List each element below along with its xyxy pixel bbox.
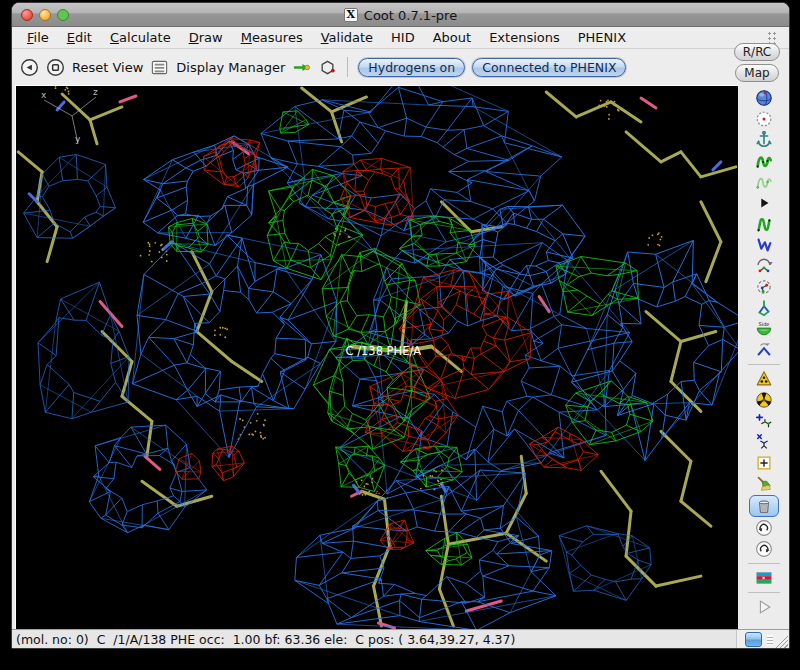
toolbar-separator xyxy=(347,57,348,77)
torsion-general-button[interactable] xyxy=(751,298,777,318)
real-space-refine-zone-button[interactable] xyxy=(751,151,777,171)
regularize-zone-icon xyxy=(755,173,773,191)
right-pill-buttons: R/RC Map xyxy=(731,43,783,82)
regularize-zone-button[interactable] xyxy=(751,172,777,192)
phenix-connection-button[interactable]: Connected to PHENIX xyxy=(472,58,626,77)
recentre-button[interactable] xyxy=(751,109,777,129)
display-manager-icon[interactable] xyxy=(150,58,169,77)
desktop: X Coot 0.7.1-pre FileEditCalculateDrawMe… xyxy=(0,0,800,670)
svg-text:C /138 PHE/A: C /138 PHE/A xyxy=(346,345,422,359)
svg-text:Side: Side xyxy=(758,321,769,327)
add-alt-conf-icon xyxy=(755,433,773,451)
menu-item-hid[interactable]: HID xyxy=(382,28,424,47)
flag-icon xyxy=(755,569,773,587)
svg-text:y: y xyxy=(75,134,81,144)
go-to-atom-icon[interactable] xyxy=(292,58,311,77)
undo-button[interactable] xyxy=(751,518,777,538)
recentre-icon xyxy=(755,110,773,128)
go-to-atom-icon-icon xyxy=(292,58,311,77)
toolbar-separator xyxy=(748,364,780,365)
scrollbar-thumb[interactable] xyxy=(745,632,762,647)
status-right-widgets xyxy=(736,630,789,649)
redo-icon xyxy=(755,540,773,558)
play-button[interactable] xyxy=(751,597,777,617)
rotate-translate-zone-button[interactable] xyxy=(751,256,777,276)
toolbar-separator xyxy=(748,563,780,564)
rigid-body-fit-zone-button[interactable] xyxy=(751,193,777,213)
add-terminal-residue-button[interactable] xyxy=(751,411,777,431)
side-chain-180-flip-button[interactable]: Side xyxy=(751,319,777,339)
clear-pending-picks-button[interactable] xyxy=(751,474,777,494)
window-title: Coot 0.7.1-pre xyxy=(364,8,457,23)
svg-text:z: z xyxy=(93,87,98,97)
flip-peptide-icon xyxy=(755,341,773,359)
reset-view-button[interactable]: Reset View xyxy=(72,60,143,75)
resize-grip[interactable] xyxy=(773,633,788,648)
undo-icon xyxy=(755,519,773,537)
model-fit-refine-toolbar: Side xyxy=(738,85,789,629)
x11-app-icon: X xyxy=(344,8,358,22)
molecular-scene[interactable]: xyzC /138 PHE/A xyxy=(16,86,738,629)
coot-window: X Coot 0.7.1-pre FileEditCalculateDrawMe… xyxy=(11,2,790,649)
auto-fit-rotamer-icon xyxy=(755,215,773,233)
real-space-refine-zone-icon xyxy=(755,152,773,170)
menu-item-validate[interactable]: Validate xyxy=(312,28,382,47)
gl-viewport[interactable]: xyzC /138 PHE/A xyxy=(15,85,738,629)
auto-fit-rotamer-button[interactable] xyxy=(751,214,777,234)
menu-item-extensions[interactable]: Extensions xyxy=(480,28,569,47)
main-toolbar: Reset View Display Manager Hydrogens on … xyxy=(12,49,738,85)
fix-atoms-icon xyxy=(755,131,773,149)
simple-mutate-icon xyxy=(755,391,773,409)
menu-item-phenix[interactable]: PHENIX xyxy=(569,28,635,47)
display-manager-button[interactable]: Display Manager xyxy=(176,60,285,75)
title-bar[interactable]: X Coot 0.7.1-pre xyxy=(12,3,789,27)
place-atom-at-pointer-icon xyxy=(755,454,773,472)
menu-item-calculate[interactable]: Calculate xyxy=(101,28,180,47)
delete-item-button[interactable] xyxy=(749,495,779,517)
mutate-and-autofit-button[interactable] xyxy=(751,369,777,389)
status-text: (mol. no: 0) C /1/A/138 PHE occ: 1.00 bf… xyxy=(12,630,736,649)
place-atom-at-pointer-button[interactable] xyxy=(751,453,777,473)
svg-text:x: x xyxy=(41,90,47,100)
title-center: X Coot 0.7.1-pre xyxy=(12,3,789,27)
torsion-general-icon xyxy=(755,299,773,317)
flip-peptide-button[interactable] xyxy=(751,340,777,360)
views-sphere-button[interactable] xyxy=(751,88,777,108)
menu-bar: FileEditCalculateDrawMeasuresValidateHID… xyxy=(12,27,789,49)
redo-button[interactable] xyxy=(751,539,777,559)
rotamers-button[interactable] xyxy=(751,235,777,255)
side-chain-180-flip-icon: Side xyxy=(755,320,773,338)
rotamers-icon xyxy=(755,236,773,254)
mutate-and-autofit-icon xyxy=(755,370,773,388)
ligand-builder-icon[interactable] xyxy=(318,58,337,77)
grip-lines-icon xyxy=(767,635,773,645)
rigid-body-fit-zone-icon xyxy=(755,194,773,212)
fix-atoms-button[interactable] xyxy=(751,130,777,150)
reset-view-stop-icon[interactable] xyxy=(46,58,65,77)
r-rc-button[interactable]: R/RC xyxy=(734,43,781,61)
menu-item-file[interactable]: File xyxy=(18,28,58,47)
status-bar: (mol. no: 0) C /1/A/138 PHE occ: 1.00 bf… xyxy=(12,629,789,649)
add-alt-conf-button[interactable] xyxy=(751,432,777,452)
menu-item-about[interactable]: About xyxy=(424,28,480,47)
display-manager-icon-icon xyxy=(150,58,169,77)
menu-item-measures[interactable]: Measures xyxy=(232,28,312,47)
hydrogens-toggle-button[interactable]: Hydrogens on xyxy=(358,58,465,77)
flag-button[interactable] xyxy=(751,568,777,588)
simple-mutate-button[interactable] xyxy=(751,390,777,410)
reset-view-back-icon-icon xyxy=(20,58,39,77)
menu-item-edit[interactable]: Edit xyxy=(58,28,101,47)
toolbar-separator xyxy=(748,592,780,593)
edit-chi-angles-button[interactable] xyxy=(751,277,777,297)
delete-item-icon xyxy=(755,497,773,515)
menu-item-draw[interactable]: Draw xyxy=(180,28,232,47)
edit-chi-angles-icon xyxy=(755,278,773,296)
add-terminal-residue-icon xyxy=(755,412,773,430)
clear-pending-picks-icon xyxy=(755,475,773,493)
views-sphere-icon xyxy=(755,89,773,107)
rotate-translate-zone-icon xyxy=(755,257,773,275)
ligand-builder-icon-icon xyxy=(318,58,337,77)
play-icon xyxy=(755,598,773,616)
reset-view-back-icon[interactable] xyxy=(20,58,39,77)
map-button[interactable]: Map xyxy=(735,64,778,82)
